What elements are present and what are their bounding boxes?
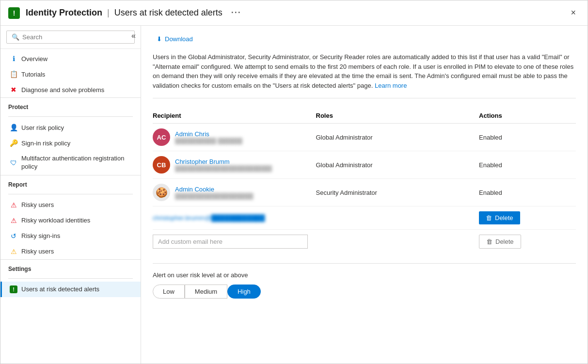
sidebar-search: 🔍: [0, 26, 141, 49]
sidebar-item-risky-workload[interactable]: ⚠ Risky workload identities: [0, 213, 141, 228]
sidebar-collapse-button[interactable]: «: [131, 32, 136, 40]
risk-level-section: Alert on user risk level at or above Low…: [153, 263, 576, 299]
sidebar-item-tutorials[interactable]: 📋 Tutorials: [0, 66, 141, 82]
sidebar-item-label: Overview: [21, 55, 48, 63]
title-separator: |: [107, 8, 110, 18]
info-text: Users in the Global Administrator, Secur…: [153, 53, 573, 89]
tutorials-icon: 📋: [10, 70, 17, 78]
risk-detections-icon: ⚠: [10, 248, 17, 255]
risk-low-button[interactable]: Low: [153, 285, 185, 299]
title-bar: ! Identity Protection | Users at risk de…: [0, 0, 588, 26]
recipient-cell: AC Admin Chris ██████████ ██████: [153, 128, 316, 146]
table: Recipient Roles Actions AC Admin Chris █…: [153, 108, 576, 253]
role-cell: Security Administrator: [316, 189, 479, 196]
risk-high-button[interactable]: High: [227, 285, 261, 299]
recipient-info: Admin Cookie ███████████████████: [175, 186, 254, 200]
app-title: Identity Protection: [26, 8, 102, 18]
table-row: CB Christopher Brumm ███████████████████…: [153, 151, 576, 179]
search-input[interactable]: [22, 33, 129, 41]
add-email-row: 🗑 Delete: [153, 230, 576, 253]
overview-icon: ℹ: [10, 55, 17, 63]
recipient-email: ████████████████████████: [175, 165, 272, 172]
action-cell: Enabled: [479, 161, 576, 169]
download-label: Download: [165, 35, 193, 43]
more-options-icon[interactable]: ···: [231, 8, 241, 18]
body: 🔍 « ℹ Overview 📋 Tutorials ✖ Diagnose an…: [0, 26, 588, 364]
custom-email-row: christopher.brumm@████████████ 🗑 Delete: [153, 206, 576, 230]
delete-empty-button[interactable]: 🗑 Delete: [479, 235, 521, 249]
sidebar-item-risky-users[interactable]: ⚠ Risky users: [0, 197, 141, 213]
recipient-email: ███████████████████: [175, 193, 254, 200]
key-icon: 🔑: [10, 139, 17, 147]
sidebar-item-user-risk-policy[interactable]: 👤 User risk policy: [0, 120, 141, 135]
sidebar-item-mfa-policy[interactable]: 🛡 Multifactor authentication registratio…: [0, 151, 141, 175]
divider: [8, 116, 133, 117]
section-protect: Protect: [0, 97, 141, 113]
table-row: AC Admin Chris ██████████ ██████ Global …: [153, 124, 576, 151]
recipient-name[interactable]: Admin Chris: [175, 130, 242, 138]
app-icon: !: [8, 7, 20, 19]
avatar-emoji: 🍪: [156, 187, 168, 198]
action-cell: Enabled: [479, 189, 576, 196]
main-content: ⬇ Download Users in the Global Administr…: [141, 26, 588, 364]
sidebar-item-risk-detections[interactable]: ⚠ Risky users: [0, 244, 141, 259]
sidebar-item-label: Risky workload identities: [21, 217, 90, 224]
download-button[interactable]: ⬇ Download: [153, 33, 197, 45]
role-cell: Global Administrator: [316, 134, 479, 141]
delete-label: Delete: [495, 238, 514, 245]
delete-label: Delete: [495, 214, 513, 222]
sidebar-item-overview[interactable]: ℹ Overview: [0, 51, 141, 66]
sidebar-item-diagnose[interactable]: ✖ Diagnose and solve problems: [0, 82, 141, 97]
window: ! Identity Protection | Users at risk de…: [0, 0, 588, 364]
risk-level-label: Alert on user risk level at or above: [153, 271, 576, 279]
recipient-cell: CB Christopher Brumm ███████████████████…: [153, 156, 316, 174]
learn-more-link[interactable]: Learn more: [375, 82, 407, 89]
sidebar-item-label: Tutorials: [21, 71, 45, 78]
alerts-icon: !: [10, 285, 17, 293]
sidebar-item-label: Multifactor authentication registration …: [21, 155, 133, 171]
toolbar: ⬇ Download: [153, 33, 576, 45]
sidebar-item-users-at-risk-alerts[interactable]: ! Users at risk detected alerts: [0, 282, 141, 297]
risk-medium-button[interactable]: Medium: [185, 285, 227, 299]
search-icon: 🔍: [12, 33, 19, 41]
risky-workload-icon: ⚠: [10, 217, 17, 224]
custom-email-blurred: christopher.brumm@████████████: [153, 214, 265, 222]
delete-custom-email-button[interactable]: 🗑 Delete: [479, 211, 520, 224]
risky-sign-ins-icon: ↺: [10, 232, 17, 240]
diagnose-icon: ✖: [10, 86, 17, 94]
recipient-info: Admin Chris ██████████ ██████: [175, 130, 242, 144]
sidebar-item-label: Risky sign-ins: [21, 232, 60, 239]
sidebar: 🔍 « ℹ Overview 📋 Tutorials ✖ Diagnose an…: [0, 26, 141, 364]
avatar: AC: [153, 128, 170, 146]
sidebar-item-label: User risk policy: [21, 124, 64, 131]
add-email-input[interactable]: [153, 235, 308, 249]
sidebar-item-sign-in-risk-policy[interactable]: 🔑 Sign-in risk policy: [0, 135, 141, 151]
search-box: 🔍: [6, 31, 135, 44]
sidebar-item-label: Risky users: [21, 201, 54, 208]
sidebar-nav: ℹ Overview 📋 Tutorials ✖ Diagnose and so…: [0, 49, 141, 364]
download-icon: ⬇: [157, 35, 162, 43]
sidebar-item-risky-sign-ins[interactable]: ↺ Risky sign-ins: [0, 228, 141, 244]
action-cell: Enabled: [479, 134, 576, 141]
title-bar-text: Identity Protection | Users at risk dete…: [26, 8, 241, 18]
user-icon: 👤: [10, 124, 17, 131]
page-title: Users at risk detected alerts: [114, 8, 222, 18]
table-row: 🍪 Admin Cookie ███████████████████ Secur…: [153, 179, 576, 206]
role-cell: Global Administrator: [316, 161, 479, 169]
avatar: CB: [153, 156, 170, 174]
risky-users-icon: ⚠: [10, 201, 17, 209]
close-button[interactable]: ×: [567, 6, 580, 20]
risk-toggle: Low Medium High: [153, 285, 576, 299]
custom-email-value: christopher.brumm@████████████: [153, 214, 316, 222]
sidebar-item-label: Users at risk detected alerts: [21, 285, 99, 293]
recipient-name[interactable]: Christopher Brumm: [175, 158, 272, 165]
sidebar-item-label: Diagnose and solve problems: [21, 86, 104, 94]
recipient-email: ██████████ ██████: [175, 138, 242, 144]
table-header: Recipient Roles Actions: [153, 108, 576, 124]
section-report: Report: [0, 175, 141, 191]
sidebar-item-label: Sign-in risk policy: [21, 140, 70, 147]
shield-icon: 🛡: [10, 159, 17, 167]
recipient-cell: 🍪 Admin Cookie ███████████████████: [153, 184, 316, 201]
recipient-info: Christopher Brumm ██████████████████████…: [175, 158, 272, 172]
recipient-name[interactable]: Admin Cookie: [175, 186, 254, 193]
